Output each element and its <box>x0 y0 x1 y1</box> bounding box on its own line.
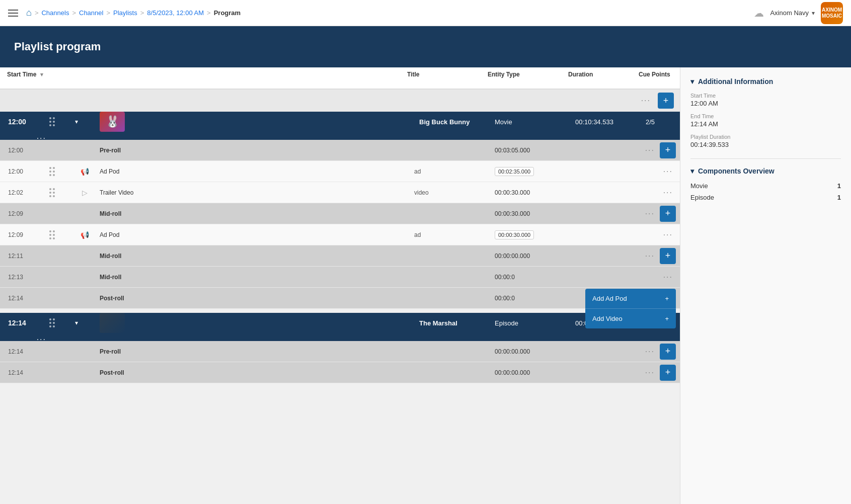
preroll-add-bbb[interactable]: + <box>660 142 676 158</box>
adpod1-icon: 📢 <box>69 167 100 176</box>
col-duration: Duration <box>565 71 636 78</box>
postroll-section-bbb: 12:14 Post-roll 00:00:0 ··· + <box>0 288 680 309</box>
sidebar-component-episode: Episode 1 <box>690 194 841 201</box>
midroll3-label: Mid-roll <box>100 274 414 281</box>
program-entity-marshal: Episode <box>495 319 575 327</box>
postroll-duration-marshal: 00:00:00.000 <box>495 369 575 376</box>
breadcrumb-sep-2: > <box>72 9 76 17</box>
midroll2-duration: 00:00:00.000 <box>495 253 575 260</box>
main-layout: Start Time ▾ Title Entity Type Duration … <box>0 67 851 504</box>
sidebar-components-overview-title[interactable]: ▾ Components Overview <box>690 167 841 175</box>
adpod1-entity: ad <box>414 168 495 175</box>
midroll2-add[interactable]: + <box>660 248 676 264</box>
user-chevron-icon: ▾ <box>812 10 815 17</box>
sidebar-additional-info-title[interactable]: ▾ Additional Information <box>690 77 841 86</box>
adpod2-duration: 00:00:30.000 <box>495 231 575 238</box>
program-more-bbb[interactable]: ··· <box>34 132 49 145</box>
top-action-row: ··· + <box>0 90 680 112</box>
sidebar-start-time-label: Start Time <box>690 93 841 99</box>
adpod1-more[interactable]: ··· <box>660 165 676 178</box>
breadcrumb-channel[interactable]: Channel <box>79 9 103 17</box>
preroll-section-marshal: 12:14 Pre-roll 00:00:00.000 ··· + <box>0 341 680 362</box>
midroll2-section-bbb: 12:11 Mid-roll 00:00:00.000 ··· + <box>0 245 680 267</box>
trailer-item-bbb: 12:02 ▷ Trailer Video video 00:00:30.000… <box>0 182 680 203</box>
preroll-label-marshal: Pre-roll <box>100 348 414 355</box>
preroll-time-marshal: 12:14 <box>4 348 49 355</box>
dropdown-add-video-label: Add Video <box>592 315 623 322</box>
program-expand-bbb[interactable]: ▾ <box>69 115 84 129</box>
program-more-marshal[interactable]: ··· <box>34 333 49 346</box>
adpod2-drag[interactable] <box>49 230 69 239</box>
midroll1-actions: ··· + <box>646 206 676 222</box>
preroll-more-marshal[interactable]: ··· <box>642 345 658 358</box>
adpod-item-2-bbb: 12:09 📢 Ad Pod ad 00:00:30.000 ··· <box>0 224 680 245</box>
midroll3-time: 12:13 <box>4 274 49 281</box>
postroll-duration: 00:00:0 <box>495 295 575 302</box>
breadcrumb-sep-3: > <box>106 9 110 17</box>
breadcrumb-current: Program <box>214 9 241 17</box>
sort-icon[interactable]: ▾ <box>40 71 43 77</box>
midroll2-time: 12:11 <box>4 253 49 260</box>
midroll1-more[interactable]: ··· <box>642 207 658 220</box>
sub-rows-marshal: 12:14 Pre-roll 00:00:00.000 ··· + 12:14 <box>0 341 680 383</box>
breadcrumb-channels[interactable]: Channels <box>41 9 69 17</box>
sidebar-divider <box>690 158 841 159</box>
dropdown-add-video-icon: + <box>665 315 669 322</box>
breadcrumb-playlists[interactable]: Playlists <box>113 9 137 17</box>
postroll-more-marshal[interactable]: ··· <box>642 366 658 379</box>
program-drag-bbb[interactable] <box>49 117 69 126</box>
breadcrumb-date[interactable]: 8/5/2023, 12:00 AM <box>147 9 204 17</box>
user-menu[interactable]: Axinom Navy ▾ <box>770 9 815 17</box>
breadcrumb-sep-1: > <box>35 9 39 17</box>
preroll-duration-marshal: 00:00:00.000 <box>495 348 575 355</box>
sidebar-playlist-duration-field: Playlist Duration 00:14:39.533 <box>690 134 841 148</box>
top-add-button[interactable]: + <box>658 93 674 109</box>
trailer-duration: 00:00:30.000 <box>495 189 575 196</box>
sidebar-additional-info-label: Additional Information <box>698 77 773 86</box>
program-drag-marshal[interactable] <box>49 318 69 327</box>
dropdown-add-ad-pod-label: Add Ad Pod <box>592 295 627 302</box>
midroll1-time: 12:09 <box>4 210 49 217</box>
dropdown-add-video[interactable]: Add Video + <box>585 309 676 328</box>
top-more-button[interactable]: ··· <box>638 94 654 107</box>
col-start-time: Start Time ▾ <box>4 71 49 78</box>
adpod1-title: Ad Pod <box>100 168 414 175</box>
midroll1-duration: 00:00:30.000 <box>495 210 575 217</box>
adpod2-more[interactable]: ··· <box>660 228 676 241</box>
postroll-actions-marshal: ··· + <box>646 365 676 381</box>
program-row-bbb: 12:00 ▾ 🐰 Big Buck Bunny Movie 00:10:34.… <box>0 112 680 140</box>
home-icon[interactable]: ⌂ <box>26 8 32 18</box>
topnav-right: ☁ Axinom Navy ▾ AXINOMMOSAIC <box>754 2 843 24</box>
sidebar-additional-info: ▾ Additional Information Start Time 12:0… <box>690 77 841 148</box>
trailer-more[interactable]: ··· <box>660 186 676 199</box>
preroll-duration-bbb: 00:03:05.000 <box>495 147 575 154</box>
preroll-section-bbb: 12:00 Pre-roll 00:03:05.000 ··· + <box>0 140 680 161</box>
breadcrumb: ⌂ > Channels > Channel > Playlists > 8/5… <box>26 8 754 18</box>
sidebar-end-time-value: 12:14 AM <box>690 120 841 128</box>
sidebar-components-overview-label: Components Overview <box>698 167 775 175</box>
adpod-item-1-bbb: 12:00 📢 Ad Pod ad 00:02:35.000 ··· <box>0 161 680 182</box>
sidebar-playlist-duration-label: Playlist Duration <box>690 134 841 140</box>
postroll-add-marshal[interactable]: + <box>660 365 676 381</box>
midroll2-more[interactable]: ··· <box>642 249 658 263</box>
trailer-drag[interactable] <box>49 188 69 197</box>
dropdown-add-ad-pod-icon: + <box>665 295 669 302</box>
menu-button[interactable] <box>8 10 18 17</box>
col-title: Title <box>404 71 485 78</box>
page-title: Playlist program <box>14 40 101 53</box>
program-expand-marshal[interactable]: ▾ <box>69 316 84 330</box>
adpod1-drag[interactable] <box>49 167 69 176</box>
preroll-add-marshal[interactable]: + <box>660 344 676 360</box>
sidebar-component-movie-label: Movie <box>690 182 708 190</box>
sidebar-playlist-duration-value: 00:14:39.533 <box>690 141 841 148</box>
cloud-icon: ☁ <box>754 7 764 19</box>
dropdown-add-ad-pod[interactable]: Add Ad Pod + <box>585 289 676 309</box>
sidebar-components-overview: ▾ Components Overview Movie 1 Episode 1 <box>690 167 841 201</box>
program-time-bbb: 12:00 <box>4 118 49 126</box>
midroll3-more[interactable]: ··· <box>660 271 676 284</box>
adpod2-actions: ··· <box>646 228 676 241</box>
sub-rows-bbb: 12:00 Pre-roll 00:03:05.000 ··· + 12:00 <box>0 140 680 309</box>
sidebar-components-collapse-icon: ▾ <box>690 167 694 175</box>
preroll-more-bbb[interactable]: ··· <box>642 144 658 157</box>
midroll1-add[interactable]: + <box>660 206 676 222</box>
